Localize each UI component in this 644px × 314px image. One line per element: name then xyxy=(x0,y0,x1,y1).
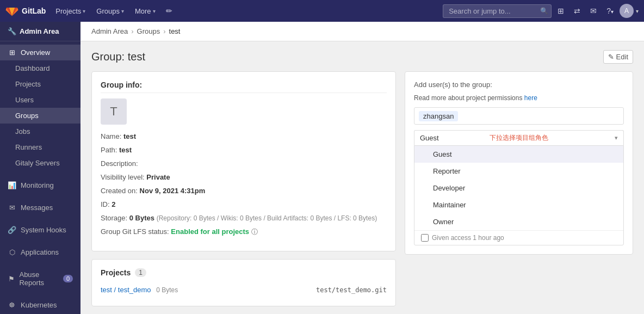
page-title: Group: test xyxy=(91,51,145,63)
lfs-help-icon[interactable]: ⓘ xyxy=(251,228,258,236)
given-access-checkbox[interactable] xyxy=(421,234,429,242)
sidebar-item-projects[interactable]: Projects xyxy=(0,76,81,92)
sidebar: 🔧 Admin Area ⊞ Overview Dashboard Projec… xyxy=(0,22,81,314)
sidebar-item-runners[interactable]: Runners xyxy=(0,139,81,155)
group-name-row: Name: test xyxy=(101,132,387,140)
gitlab-wordmark: GitLab xyxy=(22,7,46,15)
project-git-path: test/test_demo.git xyxy=(316,286,387,294)
role-dropdown-trigger[interactable]: Guest 下拉选择项目组角色 ▾ xyxy=(414,130,624,145)
help-icon-btn[interactable]: ?▾ xyxy=(603,4,617,17)
group-id-row: ID: 2 xyxy=(101,200,387,208)
todos-icon-btn[interactable]: ✉ xyxy=(586,4,600,17)
monitoring-icon: 📊 xyxy=(8,181,16,189)
project-name-link[interactable]: test / test_demo xyxy=(101,286,151,294)
projects-title: Projects xyxy=(101,268,131,277)
dropdown-chevron-icon: ▾ xyxy=(615,134,618,141)
breadcrumb: Admin Area › Groups › test xyxy=(81,22,644,41)
group-path-row: Path: test xyxy=(101,146,387,154)
group-path-value: test xyxy=(119,146,132,154)
group-storage-row: Storage: 0 Bytes (Repository: 0 Bytes / … xyxy=(101,214,387,222)
breadcrumb-sep-2: › xyxy=(163,27,165,35)
avatar-chevron-icon[interactable]: ▾ xyxy=(636,8,639,14)
main-content: Admin Area › Groups › test Group: test ✎… xyxy=(81,22,644,314)
search-input[interactable] xyxy=(443,4,552,18)
overview-icon: ⊞ xyxy=(8,48,16,57)
group-info-title: Group info: xyxy=(101,81,387,93)
table-row: test / test_demo 0 Bytes test/test_demo.… xyxy=(101,282,387,297)
role-dropdown-menu: Guest Reporter Developer xyxy=(414,145,624,245)
permissions-text: Read more about project permissions here xyxy=(414,94,624,102)
sidebar-item-users[interactable]: Users xyxy=(0,92,81,108)
group-created-value: Nov 9, 2021 4:31pm xyxy=(140,187,206,195)
given-access-row: Given access 1 hour ago xyxy=(414,230,623,245)
group-info-card: Group info: T Name: test Path: test Desc… xyxy=(91,71,396,251)
sidebar-item-kubernetes[interactable]: ☸ Kubernetes xyxy=(0,297,81,313)
group-id-value: 2 xyxy=(112,200,115,208)
group-name-value: test xyxy=(123,132,136,140)
dropdown-hint: 下拉选择项目组角色 xyxy=(490,133,548,143)
admin-icon: 🔧 xyxy=(8,27,16,35)
group-lfs-value: Enabled for all projects xyxy=(171,227,249,236)
user-tag-input[interactable]: zhangsan xyxy=(414,107,624,125)
dropdown-option-developer[interactable]: Developer xyxy=(414,180,623,196)
group-created-row: Created on: Nov 9, 2021 4:31pm xyxy=(101,187,387,195)
project-size: 0 Bytes xyxy=(156,286,178,294)
edit-button[interactable]: ✎ Edit xyxy=(603,50,633,64)
group-visibility-row: Visibility level: Private xyxy=(101,173,387,181)
user-tag: zhangsan xyxy=(419,111,458,121)
projects-nav-btn[interactable]: Projects ▾ xyxy=(51,5,90,17)
breadcrumb-groups[interactable]: Groups xyxy=(137,27,160,35)
edit-icon: ✎ xyxy=(608,53,614,61)
abuse-badge: 0 xyxy=(63,275,73,282)
add-user-card: Add user(s) to the group: Read more abou… xyxy=(405,71,633,255)
groups-chevron-icon: ▾ xyxy=(121,8,124,14)
sidebar-item-groups[interactable]: Groups xyxy=(0,108,81,124)
hooks-icon: 🔗 xyxy=(8,226,16,234)
group-visibility-value: Private xyxy=(146,173,170,181)
messages-icon: ✉ xyxy=(8,204,16,212)
permissions-link[interactable]: here xyxy=(524,94,537,102)
search-container: 🔍 xyxy=(443,4,552,18)
dropdown-option-guest[interactable]: Guest xyxy=(414,146,623,163)
group-storage-detail: (Repository: 0 Bytes / Wikis: 0 Bytes / … xyxy=(157,214,377,222)
group-description-row: Description: xyxy=(101,159,387,168)
projects-card: Projects 1 test / test_demo 0 Bytes test… xyxy=(91,259,396,306)
sidebar-item-messages[interactable]: ✉ Messages xyxy=(0,200,81,216)
projects-chevron-icon: ▾ xyxy=(83,8,85,14)
sidebar-item-jobs[interactable]: Jobs xyxy=(0,124,81,139)
pencil-icon-btn[interactable]: ✏ xyxy=(162,4,176,17)
search-icon[interactable]: 🔍 xyxy=(540,7,548,15)
groups-nav-btn[interactable]: Groups ▾ xyxy=(92,5,128,17)
group-lfs-row: Group Git LFS status: Enabled for all pr… xyxy=(101,227,387,237)
more-chevron-icon: ▾ xyxy=(153,8,156,14)
sidebar-item-monitoring[interactable]: 📊 Monitoring xyxy=(0,177,81,193)
user-avatar[interactable]: A xyxy=(620,4,634,18)
dropdown-selected-value: Guest xyxy=(420,134,439,142)
sidebar-item-gitaly-servers[interactable]: Gitaly Servers xyxy=(0,155,81,171)
merge-requests-icon-btn[interactable]: ⇄ xyxy=(570,4,584,17)
sidebar-admin-header: 🔧 Admin Area xyxy=(0,22,81,41)
breadcrumb-sep-1: › xyxy=(131,27,133,35)
dropdown-option-reporter[interactable]: Reporter xyxy=(414,163,623,180)
dropdown-option-maintainer[interactable]: Maintainer xyxy=(414,196,623,213)
sidebar-item-overview[interactable]: ⊞ Overview xyxy=(0,45,81,60)
sidebar-item-dashboard[interactable]: Dashboard xyxy=(0,60,81,76)
group-avatar: T xyxy=(101,98,127,125)
more-nav-btn[interactable]: More ▾ xyxy=(131,5,160,17)
add-user-title: Add user(s) to the group: xyxy=(414,81,624,89)
group-storage-value: 0 Bytes xyxy=(129,214,154,222)
sidebar-item-applications[interactable]: ⬡ Applications xyxy=(0,244,81,260)
new-item-icon-btn[interactable]: ⊞ xyxy=(554,4,568,17)
abuse-icon: ⚑ xyxy=(8,275,15,283)
dropdown-option-owner[interactable]: Owner xyxy=(414,213,623,230)
breadcrumb-admin-area[interactable]: Admin Area xyxy=(91,27,128,35)
applications-icon: ⬡ xyxy=(8,248,16,256)
role-dropdown-container: Guest 下拉选择项目组角色 ▾ Guest xyxy=(414,130,624,245)
projects-count-badge: 1 xyxy=(135,268,146,277)
gitlab-logo[interactable]: GitLab xyxy=(5,4,46,17)
sidebar-item-system-hooks[interactable]: 🔗 System Hooks xyxy=(0,222,81,238)
breadcrumb-current: test xyxy=(169,27,181,35)
top-navigation: GitLab Projects ▾ Groups ▾ More ▾ ✏ 🔍 ⊞ … xyxy=(0,0,644,22)
sidebar-item-abuse-reports[interactable]: ⚑ Abuse Reports 0 xyxy=(0,267,81,291)
kubernetes-icon: ☸ xyxy=(8,301,16,309)
